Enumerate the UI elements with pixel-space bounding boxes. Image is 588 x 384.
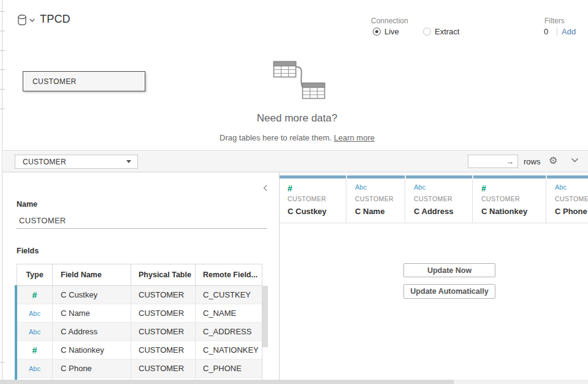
grid-column-c-address[interactable]: Abc CUSTOMER C Address (406, 175, 473, 223)
column-header-physical-table[interactable]: Physical Table (131, 264, 196, 285)
relate-tables-icon (272, 60, 333, 104)
remote-field-cell: C_NATIONKEY (196, 341, 262, 359)
connection-extract-radio[interactable]: Extract (423, 27, 459, 36)
fields-label: Fields (17, 247, 39, 255)
horizontal-scrollbar-thumb[interactable] (0, 380, 454, 384)
number-type-icon: # (481, 183, 546, 193)
field-row-c-nationkey[interactable]: # C Nationkey CUSTOMER C_NATIONKEY (17, 341, 262, 359)
rows-limit-input[interactable]: → (468, 155, 518, 168)
string-type-icon: Abc (414, 183, 472, 193)
database-icon[interactable] (17, 14, 35, 26)
fields-table-header: Type Field Name Physical Table Remote Fi… (17, 264, 262, 286)
physical-table-cell: CUSTOMER (131, 304, 196, 322)
field-row-c-name[interactable]: Abc C Name CUSTOMER C_NAME (17, 304, 262, 323)
column-field-name: C Name (355, 207, 405, 216)
update-now-button[interactable]: Update Now (403, 263, 495, 277)
column-field-name: C Custkey (288, 207, 346, 216)
rail-tick (0, 31, 5, 31)
physical-table-cell: CUSTOMER (131, 323, 196, 340)
left-rail (0, 0, 2, 380)
rail-tick (0, 50, 5, 51)
physical-table-cell: CUSTOMER (131, 359, 196, 377)
connection-label: Connection (371, 17, 408, 25)
divider (557, 28, 557, 36)
remote-field-cell: C_ADDRESS (196, 323, 262, 340)
column-table-name: CUSTOMER (288, 195, 346, 202)
update-automatically-button[interactable]: Update Automatically (403, 284, 495, 299)
chevron-down-icon (29, 18, 35, 22)
radio-selected-icon (373, 28, 381, 36)
selected-rows-accent-bar (15, 285, 17, 382)
table-selector-dropdown[interactable]: CUSTOMER (15, 155, 138, 169)
empty-state-hint: Drag tables here to relate them. Learn m… (3, 133, 588, 142)
column-table-name: CUSTOMER (414, 195, 472, 202)
table-node-label: CUSTOMER (32, 77, 77, 86)
column-accent-bar (280, 175, 346, 179)
empty-hint-text: Drag tables here to relate them. (220, 133, 332, 142)
radio-label: Live (384, 27, 399, 36)
string-type-icon: Abc (355, 183, 405, 193)
name-label: Name (17, 200, 37, 209)
arrow-right-icon: → (506, 157, 514, 166)
column-header-type[interactable]: Type (17, 264, 53, 285)
horizontal-scrollbar-track[interactable] (0, 380, 588, 384)
number-type-icon: # (32, 345, 37, 355)
column-accent-bar (473, 175, 546, 179)
rail-tick (0, 109, 5, 109)
grid-column-c-custkey[interactable]: # CUSTOMER C Custkey (280, 175, 346, 223)
column-header-remote-field[interactable]: Remote Field... (196, 264, 262, 285)
column-field-name: C Nationkey (481, 207, 546, 216)
learn-more-link[interactable]: Learn more (334, 133, 374, 142)
table-selector-value: CUSTOMER (23, 158, 66, 166)
string-type-icon: Abc (29, 365, 40, 372)
column-table-name: CUSTOMER (555, 195, 588, 202)
collapse-panel-icon[interactable] (263, 185, 267, 191)
column-table-name: CUSTOMER (355, 195, 405, 202)
grid-column-c-name[interactable]: Abc CUSTOMER C Name (347, 175, 405, 223)
empty-state-title: Need more data? (3, 112, 588, 125)
rail-tick (0, 362, 5, 363)
fields-table: Type Field Name Physical Table Remote Fi… (17, 264, 262, 382)
remote-field-cell: C_PHONE (196, 359, 262, 377)
number-type-icon: # (32, 290, 37, 300)
field-name-cell: C Address (53, 323, 131, 340)
table-name-field[interactable]: CUSTOMER (17, 212, 267, 229)
physical-table-cell: CUSTOMER (131, 286, 196, 304)
connection-live-radio[interactable]: Live (373, 27, 399, 36)
column-accent-bar (406, 175, 472, 179)
column-header-field-name[interactable]: Field Name (53, 264, 131, 285)
database-cylinder-icon (17, 14, 28, 26)
rail-tick (0, 89, 5, 90)
string-type-icon: Abc (29, 310, 40, 317)
number-type-icon: # (288, 183, 346, 193)
canvas-table-customer[interactable]: CUSTOMER (23, 71, 145, 91)
physical-table-cell: CUSTOMER (131, 341, 196, 359)
remote-field-cell: C_CUSTKEY (196, 286, 262, 304)
grid-column-c-nationkey[interactable]: # CUSTOMER C Nationkey (473, 175, 546, 223)
datasource-canvas: TPCD Connection Live Extract Filters 0 A… (3, 0, 588, 151)
column-accent-bar (347, 175, 405, 179)
filters-label: Filters (544, 17, 565, 25)
field-row-c-address[interactable]: Abc C Address CUSTOMER C_ADDRESS (17, 323, 262, 341)
field-row-c-custkey[interactable]: # C Custkey CUSTOMER C_CUSTKEY (17, 286, 262, 304)
field-name-cell: C Name (53, 304, 131, 322)
fields-table-vscrollbar[interactable] (262, 286, 268, 347)
column-field-name: C Phone (555, 207, 588, 216)
collapse-grid-chevron-icon[interactable] (571, 158, 579, 163)
dropdown-caret-icon (126, 160, 131, 163)
field-name-cell: C Phone (53, 359, 131, 377)
radio-unselected-icon (423, 28, 431, 36)
filters-count: 0 (544, 27, 548, 36)
field-metadata-panel: Name CUSTOMER Fields Type Field Name Phy… (3, 172, 279, 380)
remote-field-cell: C_NAME (196, 304, 262, 322)
data-grid-panel: # CUSTOMER C Custkey Abc CUSTOMER C Name… (280, 172, 588, 380)
radio-label: Extract (435, 27, 459, 36)
rail-tick (0, 11, 5, 12)
logical-table-toolbar: CUSTOMER → rows ⚙ (3, 152, 588, 172)
page-title: TPCD (40, 13, 71, 26)
field-row-c-phone[interactable]: Abc C Phone CUSTOMER C_PHONE (17, 359, 262, 378)
string-type-icon: Abc (555, 183, 588, 193)
grid-column-c-phone[interactable]: Abc CUSTOMER C Phone (547, 175, 588, 223)
filters-add-link[interactable]: Add (562, 27, 576, 36)
gear-icon[interactable]: ⚙ (549, 155, 557, 166)
